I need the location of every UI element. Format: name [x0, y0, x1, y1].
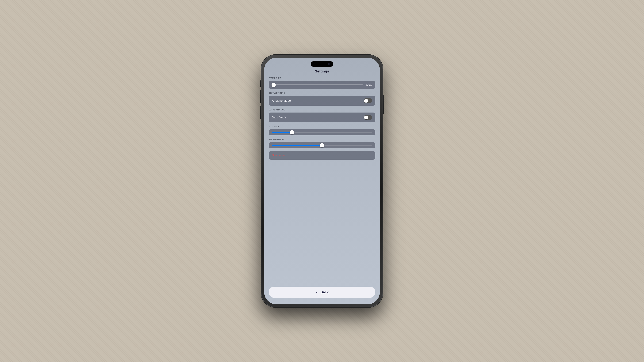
volume-section-label: VOLUME	[269, 125, 375, 128]
dark-mode-toggle-knob	[364, 116, 368, 119]
networking-section-label: NETWORKING	[269, 92, 375, 94]
volume-row[interactable]	[269, 129, 375, 135]
brightness-slider-track[interactable]	[272, 145, 372, 146]
phone-device: Settings TEXT SIZE 100% NETWORKING Airpl…	[261, 55, 383, 307]
airplane-mode-toggle[interactable]	[364, 98, 372, 103]
back-button-area: ← Back	[264, 284, 380, 304]
text-size-row[interactable]: 100%	[269, 81, 375, 89]
volume-down-button[interactable]	[260, 106, 261, 119]
text-size-slider-knob[interactable]	[272, 83, 276, 87]
screen-content: Settings TEXT SIZE 100% NETWORKING Airpl…	[264, 58, 380, 304]
dark-mode-label: Dark Mode	[272, 116, 286, 119]
volume-slider-fill	[272, 132, 292, 133]
brightness-slider-knob[interactable]	[320, 143, 324, 147]
text-size-section-label: TEXT SIZE	[269, 77, 375, 79]
text-size-slider-fill	[272, 84, 363, 85]
dark-mode-toggle[interactable]	[364, 115, 372, 120]
silent-switch-button[interactable]	[260, 80, 261, 87]
phone-screen: Settings TEXT SIZE 100% NETWORKING Airpl…	[264, 58, 380, 304]
airplane-mode-toggle-knob	[364, 99, 368, 103]
appearance-section-label: APPEARANCE	[269, 108, 375, 111]
shutdown-label: Shutdown	[272, 154, 284, 157]
airplane-mode-row[interactable]: Airplane Mode	[269, 96, 375, 106]
airplane-mode-label: Airplane Mode	[272, 99, 291, 102]
power-button[interactable]	[383, 95, 384, 114]
settings-title-area: Settings	[264, 69, 380, 75]
volume-up-button[interactable]	[260, 90, 261, 103]
back-button-label: Back	[320, 290, 328, 294]
dark-mode-row[interactable]: Dark Mode	[269, 112, 375, 122]
text-size-slider-track[interactable]	[272, 84, 363, 85]
back-arrow-icon: ←	[316, 290, 319, 294]
brightness-slider-fill	[272, 145, 322, 146]
shutdown-row[interactable]: Shutdown	[269, 151, 375, 160]
brightness-row[interactable]	[269, 142, 375, 148]
volume-slider-knob[interactable]	[290, 130, 294, 134]
settings-body: TEXT SIZE 100% NETWORKING Airplane Mode	[264, 75, 380, 284]
dynamic-island	[311, 61, 333, 67]
volume-slider-track[interactable]	[272, 132, 372, 133]
brightness-section-label: BRIGHTNESS	[269, 138, 375, 141]
text-size-value: 100%	[365, 83, 372, 86]
page-title: Settings	[315, 69, 329, 73]
back-button[interactable]: ← Back	[269, 287, 375, 298]
